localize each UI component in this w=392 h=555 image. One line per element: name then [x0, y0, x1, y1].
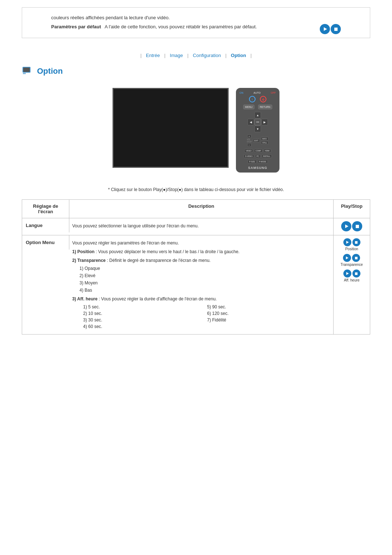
row-option-menu-icons: Position Transparence Aff. heure	[334, 235, 370, 285]
table-header: Réglage de l'écran Description Play/Stop	[22, 200, 370, 218]
top-section: couleurs réelles affichées pendant la le…	[22, 7, 370, 38]
remote-info-btn[interactable]: INFO	[261, 137, 269, 141]
nav-sep-2: |	[163, 53, 167, 58]
remote-pc-btn[interactable]: PC	[255, 154, 261, 158]
page-title: Option	[37, 66, 63, 76]
param-label: Paramètres par défaut	[51, 24, 101, 29]
table-row-option-menu: Option Menu Vous pouvez régler les param…	[22, 235, 370, 334]
langue-play-stop	[341, 221, 362, 231]
transparence-text: : Définit le degré de transparence de l'…	[107, 258, 211, 263]
position-label: 1) Position	[72, 249, 94, 254]
param-icons	[320, 24, 341, 34]
nav-sep-1: |	[139, 53, 143, 58]
main-table: Réglage de l'écran Description Play/Stop…	[22, 199, 370, 335]
aff-heure-play-btn[interactable]	[343, 270, 351, 278]
remote-control: ON AUTO OFF I ⏻ MENU RETURN ▲ ◀ OK ▶ ▼	[236, 88, 279, 173]
header-description: Description	[69, 200, 334, 218]
aff-col2: 5) 90 sec. 6) 120 sec. 7) Fidélité	[207, 304, 331, 330]
remote-off-label: OFF	[271, 92, 276, 94]
position-text: : Vous pouvez déplacer le menu vers le h…	[96, 249, 240, 254]
transparence-label: 2) Transparence	[72, 258, 106, 263]
table-row-langue: Langue Vous pouvez sélectionner la langu…	[22, 218, 370, 235]
svg-rect-1	[23, 68, 30, 72]
middle-content: ON AUTO OFF I ⏻ MENU RETURN ▲ ◀ OK ▶ ▼	[0, 84, 392, 183]
aff-heure-stop-btn[interactable]	[352, 270, 360, 278]
row-langue-label: Langue	[22, 218, 69, 232]
position-icon-group: Position	[343, 238, 360, 251]
transparence-play-btn[interactable]	[343, 254, 351, 262]
note-line: * Cliquez sur le bouton Play(●)/Stop(●) …	[0, 183, 392, 196]
row-langue-icons	[334, 218, 370, 234]
aff-heure-list: 1) 5 sec. 2) 10 sec. 3) 30 sec. 4) 60 se…	[72, 304, 330, 330]
langue-play-btn[interactable]	[341, 221, 351, 231]
remote-power-on-btn[interactable]: I	[249, 96, 256, 102]
transparence-icon-group: Transparence	[340, 254, 363, 267]
remote-pmode-btn[interactable]: P-MODE	[258, 160, 268, 163]
remote-exit-btn[interactable]: EXIT	[253, 139, 260, 142]
svg-rect-2	[23, 73, 26, 74]
remote-menu-btn[interactable]: MENU	[243, 105, 254, 109]
play-button[interactable]	[320, 24, 330, 34]
langue-stop-btn[interactable]	[352, 221, 362, 231]
navigation-bar: | Entrée | Image | Configuration | Optio…	[0, 45, 392, 62]
nav-item-option[interactable]: Option	[228, 53, 249, 58]
remote-center-btn[interactable]: OK	[254, 119, 261, 125]
remote-still-btn[interactable]: STILL	[261, 141, 269, 145]
aff-heure-text: : Vous pouvez régler la durée d'affichag…	[99, 296, 217, 301]
stop-button[interactable]	[331, 24, 341, 34]
remote-on-label: ON	[240, 92, 244, 94]
nav-sep-4: |	[224, 53, 228, 58]
transparence-icon-label: Transparence	[340, 263, 363, 267]
remote-auto-label: AUTO	[254, 92, 261, 94]
row-langue-desc: Vous pouvez sélectionner la langue utili…	[69, 218, 334, 235]
nav-sep-5: |	[249, 53, 253, 58]
remote-minus-btn[interactable]: −	[247, 143, 252, 147]
position-stop-btn[interactable]	[352, 238, 360, 246]
page-title-section: Option	[0, 62, 392, 84]
remote-comp-btn[interactable]: COMP	[254, 149, 262, 153]
nav-item-entree[interactable]: Entrée	[143, 53, 163, 58]
remote-psize-btn[interactable]: P-SIZE	[248, 160, 256, 163]
header-reglage: Réglage de l'écran	[22, 200, 69, 218]
tv-screen	[113, 88, 229, 168]
transparency-list: 1) Opaque 2) Elevé 3) Moyen 4) Bas	[72, 265, 330, 293]
remote-up-btn[interactable]: ▲	[254, 112, 261, 118]
remote-video-btn[interactable]: VIDEO	[244, 149, 253, 153]
remote-return-btn[interactable]: RETURN	[258, 105, 272, 109]
row-option-menu-label: Option Menu	[22, 235, 69, 250]
row-option-menu-desc: Vous pouvez régler les paramètres de l'é…	[69, 235, 334, 334]
remote-plus-btn[interactable]: +	[247, 134, 252, 138]
remote-svideo-btn[interactable]: S-VIDEO	[244, 154, 254, 158]
position-play-btn[interactable]	[343, 238, 351, 246]
remote-power-off-btn[interactable]: ⏻	[260, 96, 266, 102]
position-icon-label: Position	[345, 247, 358, 251]
nav-sep-3: |	[186, 53, 190, 58]
remote-left-btn[interactable]: ◀	[248, 119, 254, 125]
remote-vol-label: VOLSTOP	[247, 138, 252, 143]
remote-brand: SAMSUNG	[248, 166, 267, 170]
remote-hdmi-btn[interactable]: HDMI	[264, 149, 271, 153]
nav-item-image[interactable]: Image	[167, 53, 186, 58]
transparence-stop-btn[interactable]	[352, 254, 360, 262]
aff-col1: 1) 5 sec. 2) 10 sec. 3) 30 sec. 4) 60 se…	[83, 304, 207, 330]
aff-heure-icon-label: Aff. heure	[344, 278, 359, 282]
nav-item-configuration[interactable]: Configuration	[190, 53, 224, 58]
remote-down-btn[interactable]: ▼	[254, 126, 261, 132]
aff-heure-icon-group: Aff. heure	[343, 270, 360, 282]
param-desc: A l'aide de cette fonction, vous pouvez …	[105, 24, 316, 29]
header-playstop: Play/Stop	[334, 200, 370, 218]
top-text: couleurs réelles affichées pendant la le…	[51, 15, 341, 20]
remote-right-btn[interactable]: ▶	[261, 119, 268, 125]
aff-heure-label: 3) Aff. heure	[72, 296, 98, 301]
remote-install-btn[interactable]: INSTALL	[262, 154, 272, 158]
option-page-icon	[22, 65, 33, 77]
